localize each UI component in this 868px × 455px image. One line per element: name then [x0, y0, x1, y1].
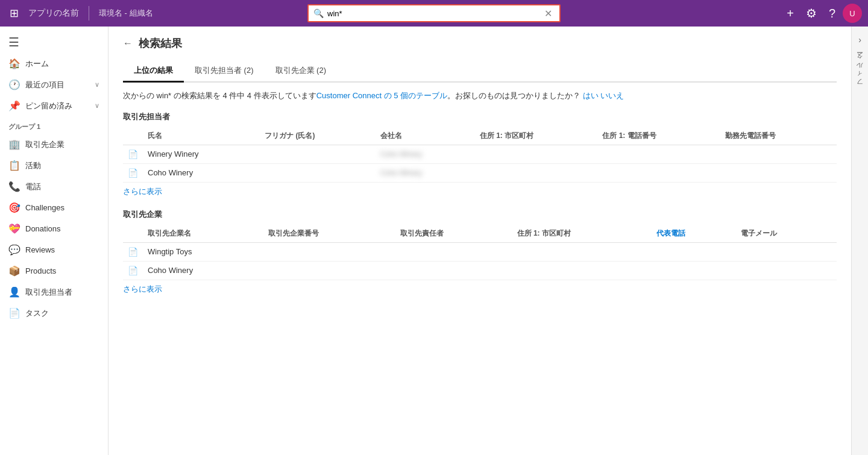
company-city — [512, 261, 652, 280]
contact-name-link[interactable]: Winery Winery — [143, 145, 260, 163]
contact-workphone — [720, 145, 837, 163]
search-icon: 🔍 — [313, 8, 324, 18]
contact-furigana — [260, 163, 376, 182]
search-box: 🔍 ✕ — [307, 4, 561, 22]
row-icon-cell: 📄 — [123, 242, 143, 261]
contacts-col-furigana: フリガナ (氏名) — [260, 127, 376, 145]
right-panel-chevron[interactable]: › — [858, 31, 861, 48]
table-row: 📄 Coho Winery — [123, 261, 837, 280]
sidebar-group-label: グループ 1 — [0, 116, 108, 134]
tab-top-results[interactable]: 上位の結果 — [123, 60, 184, 83]
companies-col-number: 取引先企業番号 — [263, 225, 395, 243]
sidebar-item-reviews[interactable]: 💬 Reviews — [0, 239, 108, 260]
sidebar-item-label: 最近の項目 — [25, 80, 89, 90]
sidebar-item-pinned[interactable]: 📌 ピン留め済み ∨ — [0, 95, 108, 116]
row-icon-cell: 📄 — [123, 163, 143, 182]
activities-icon: 📋 — [8, 160, 19, 171]
contacts-col-workphone: 勤務先電話番号 — [720, 127, 837, 145]
contact-phone — [597, 145, 720, 163]
record-icon: 📄 — [128, 266, 138, 275]
phone-icon: 📞 — [8, 181, 19, 192]
table-row: 📄 Winery Winery Coho Winery — [123, 145, 837, 163]
contacts-col-name: 氏名 — [143, 127, 260, 145]
topnav-divider — [89, 6, 89, 20]
info-suffix: 。お探しのものは見つかりましたか？ — [447, 91, 580, 100]
info-yes-link[interactable]: はい — [583, 91, 599, 100]
help-icon[interactable]: ? — [824, 4, 840, 23]
tabs-bar: 上位の結果 取引先担当者 (2) 取引先企業 (2) — [123, 60, 837, 83]
waffle-icon[interactable]: ⊞ — [6, 4, 22, 22]
sidebar-item-label: タスク — [25, 308, 99, 319]
company-phone — [652, 242, 736, 261]
companies-col-owner: 取引先責任者 — [395, 225, 512, 243]
info-no-link[interactable]: いいえ — [600, 91, 624, 100]
sidebar-item-phone[interactable]: 📞 電話 — [0, 176, 108, 197]
page-title: 検索結果 — [139, 36, 182, 51]
settings-icon[interactable]: ⚙ — [801, 4, 822, 23]
sidebar-item-home[interactable]: 🏠 ホーム — [0, 53, 108, 74]
avatar[interactable]: U — [843, 4, 862, 23]
donations-icon: 💝 — [8, 223, 19, 234]
sidebar-item-label: ピン留め済み — [25, 101, 89, 111]
sidebar-item-donations[interactable]: 💝 Donations — [0, 218, 108, 239]
contacts-show-more[interactable]: さらに表示 — [123, 186, 837, 197]
company-email — [736, 261, 837, 280]
record-icon: 📄 — [128, 149, 138, 159]
back-button[interactable]: ← — [123, 38, 133, 49]
topnav-left: ⊞ アプリの名前 環境名 - 組織名 — [6, 4, 153, 22]
reviews-icon: 💬 — [8, 244, 19, 256]
sidebar-item-recent[interactable]: 🕐 最近の項目 ∨ — [0, 74, 108, 95]
company-owner — [395, 242, 512, 261]
sidebar-item-label: 活動 — [25, 160, 99, 171]
contact-city — [475, 145, 597, 163]
info-prefix: 次からの win* の検索結果を 4 件中 4 件表示しています — [123, 91, 316, 100]
sidebar-item-label: Donations — [25, 224, 99, 233]
company-owner — [395, 261, 512, 280]
add-button[interactable]: + — [782, 4, 799, 23]
contacts-col-company: 会社名 — [376, 127, 475, 145]
contacts-section-title: 取引先担当者 — [123, 111, 837, 122]
company-name-link[interactable]: Wingtip Toys — [143, 242, 263, 261]
sidebar-item-label: 取引先担当者 — [25, 287, 99, 298]
contact-company: Coho Winery — [376, 145, 475, 163]
right-panel-strip: › フィルター — [851, 27, 868, 455]
record-icon: 📄 — [128, 168, 138, 178]
company-city — [512, 242, 652, 261]
contacts-col-icon — [123, 127, 143, 145]
contact-workphone — [720, 163, 837, 182]
companies-col-icon — [123, 225, 143, 243]
sidebar-item-products[interactable]: 📦 Products — [0, 260, 108, 281]
row-icon-cell: 📄 — [123, 145, 143, 163]
sidebar: ☰ 🏠 ホーム 🕐 最近の項目 ∨ 📌 ピン留め済み ∨ グループ 1 🏢 取引… — [0, 27, 108, 455]
sidebar-item-challenges[interactable]: 🎯 Challenges — [0, 197, 108, 218]
main-content: ← 検索結果 上位の結果 取引先担当者 (2) 取引先企業 (2) 次からの w… — [108, 27, 851, 455]
sidebar-item-contacts[interactable]: 👤 取引先担当者 — [0, 281, 108, 303]
topnav-right: + ⚙ ? U — [782, 4, 862, 23]
company-name-link[interactable]: Coho Winery — [143, 261, 263, 280]
companies-show-more[interactable]: さらに表示 — [123, 284, 837, 295]
companies-section-title: 取引先企業 — [123, 209, 837, 220]
sidebar-item-activities[interactable]: 📋 活動 — [0, 155, 108, 176]
main-layout: ☰ 🏠 ホーム 🕐 最近の項目 ∨ 📌 ピン留め済み ∨ グループ 1 🏢 取引… — [0, 27, 868, 455]
info-link[interactable]: Customer Connect の 5 個のテーブル — [316, 91, 447, 100]
tab-contacts[interactable]: 取引先担当者 (2) — [184, 60, 265, 83]
home-icon: 🏠 — [8, 58, 19, 69]
company-number — [263, 242, 395, 261]
pin-icon: 📌 — [8, 100, 19, 111]
companies-col-name: 取引先企業名 — [143, 225, 263, 243]
contacts-icon: 👤 — [8, 286, 19, 298]
contact-company: Coho Winery — [376, 163, 475, 182]
contact-name-link[interactable]: Coho Winery — [143, 163, 260, 182]
tasks-icon: 📄 — [8, 307, 19, 319]
hamburger-button[interactable]: ☰ — [0, 31, 108, 53]
tab-companies[interactable]: 取引先企業 (2) — [265, 60, 338, 83]
info-text: 次からの win* の検索結果を 4 件中 4 件表示していますCustomer… — [123, 90, 837, 102]
sidebar-item-tasks[interactable]: 📄 タスク — [0, 303, 108, 324]
sidebar-item-label: 電話 — [25, 181, 99, 192]
search-clear-icon[interactable]: ✕ — [542, 8, 555, 19]
topnav: ⊞ アプリの名前 環境名 - 組織名 🔍 ✕ + ⚙ ? U — [0, 0, 868, 27]
search-input[interactable] — [327, 9, 542, 18]
sidebar-item-accounts[interactable]: 🏢 取引先企業 — [0, 134, 108, 155]
contacts-table: 氏名 フリガナ (氏名) 会社名 住所 1: 市区町村 住所 1: 電話番号 勤… — [123, 127, 837, 183]
sidebar-item-label: ホーム — [25, 58, 99, 69]
